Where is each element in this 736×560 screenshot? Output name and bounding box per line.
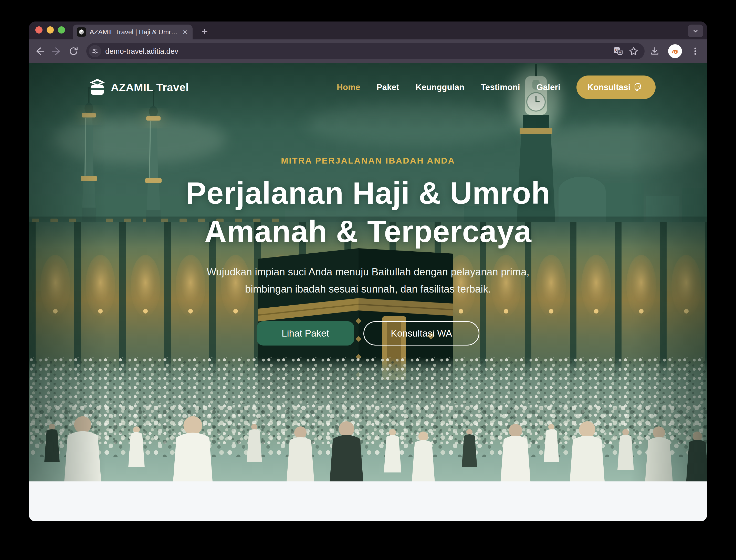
- back-icon[interactable]: [34, 46, 45, 57]
- konsultasi-button[interactable]: Konsultasi: [577, 76, 656, 99]
- hero-title: Perjalanan Haji & Umroh Amanah & Terperc…: [186, 174, 550, 251]
- nav-link-home[interactable]: Home: [337, 82, 360, 92]
- url-text[interactable]: demo-travel.aditia.dev: [105, 47, 609, 56]
- tab-title: AZAMIL Travel | Haji & Umroh: [90, 28, 178, 36]
- browser-toolbar: demo-travel.aditia.dev G A: [29, 39, 707, 63]
- hero-description-line1: Wujudkan impian suci Anda menuju Baitull…: [207, 263, 529, 281]
- address-bar[interactable]: demo-travel.aditia.dev G A: [86, 43, 645, 59]
- hero-section: AZAMIL Travel Home Paket Keunggulan Test…: [29, 63, 707, 481]
- menu-dots-icon[interactable]: [690, 46, 701, 57]
- nav-link-keunggulan[interactable]: Keunggulan: [416, 82, 465, 92]
- site-settings-icon[interactable]: [89, 45, 101, 57]
- nav-link-testimoni[interactable]: Testimoni: [481, 82, 520, 92]
- page-viewport: AZAMIL Travel Home Paket Keunggulan Test…: [29, 63, 707, 521]
- nav-link-paket[interactable]: Paket: [377, 82, 399, 92]
- hero-title-line2: Amanah & Terpercaya: [186, 212, 550, 251]
- brand-logo[interactable]: AZAMIL Travel: [88, 78, 189, 96]
- browser-window: AZAMIL Travel | Haji & Umroh × +: [29, 21, 707, 521]
- whatsapp-icon: [635, 82, 645, 92]
- tab-close-icon[interactable]: ×: [181, 28, 188, 36]
- hero-eyebrow: MITRA PERJALANAN IBADAH ANDA: [281, 156, 455, 166]
- bookmark-star-icon[interactable]: [628, 45, 639, 57]
- konsultasi-button-label: Konsultasi: [587, 82, 631, 92]
- site-header: AZAMIL Travel Home Paket Keunggulan Test…: [29, 63, 707, 112]
- hero-actions: Lihat Paket Konsultasi WA: [256, 321, 480, 346]
- window-zoom-button[interactable]: [58, 26, 65, 34]
- profile-avatar[interactable]: [668, 44, 682, 58]
- hero-description: Wujudkan impian suci Anda menuju Baitull…: [207, 263, 529, 298]
- lihat-paket-button[interactable]: Lihat Paket: [256, 321, 354, 346]
- brand-name: AZAMIL Travel: [111, 81, 189, 94]
- kaaba-logo-icon: [88, 78, 106, 96]
- hero-description-line2: bimbingan ibadah sesuai sunnah, dan fasi…: [207, 281, 529, 298]
- new-tab-button[interactable]: +: [198, 26, 211, 38]
- favicon-kaaba-icon: [77, 27, 86, 37]
- window-minimize-button[interactable]: [47, 26, 54, 34]
- hero-content: MITRA PERJALANAN IBADAH ANDA Perjalanan …: [29, 63, 707, 481]
- chevron-down-icon[interactable]: [688, 25, 703, 37]
- translate-icon[interactable]: G A: [612, 45, 624, 57]
- main-nav: Home Paket Keunggulan Testimoni Galeri: [337, 82, 560, 92]
- window-close-button[interactable]: [35, 26, 42, 34]
- nav-link-galeri[interactable]: Galeri: [537, 82, 561, 92]
- konsultasi-wa-button[interactable]: Konsultasi WA: [363, 321, 480, 346]
- reload-icon[interactable]: [68, 46, 79, 57]
- tab-strip: AZAMIL Travel | Haji & Umroh × +: [29, 21, 707, 39]
- next-section-placeholder: [29, 481, 707, 521]
- forward-icon[interactable]: [51, 46, 62, 57]
- hero-title-line1: Perjalanan Haji & Umroh: [186, 174, 550, 212]
- download-icon[interactable]: [649, 46, 660, 57]
- browser-tab[interactable]: AZAMIL Travel | Haji & Umroh ×: [73, 25, 192, 39]
- svg-text:A: A: [619, 50, 621, 54]
- traffic-lights: [35, 26, 65, 34]
